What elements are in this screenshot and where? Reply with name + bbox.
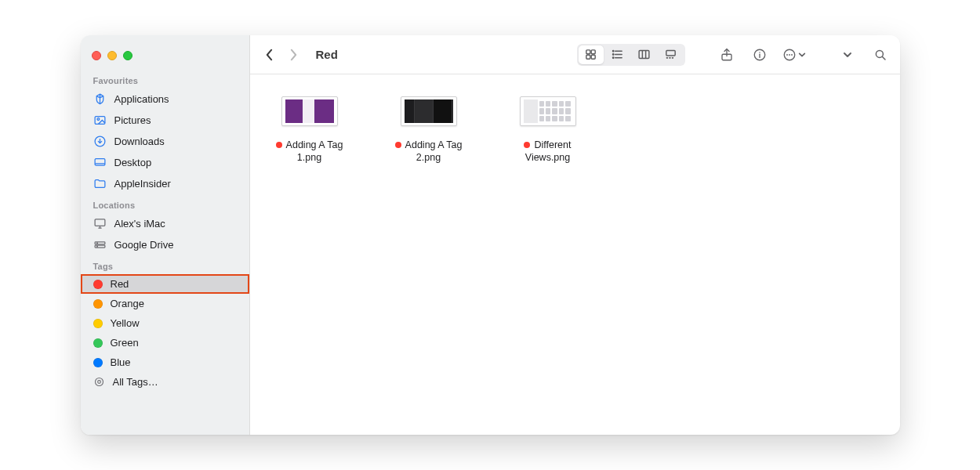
sidebar-item-label: Blue <box>111 356 131 368</box>
file-label: Adding A Tag 1.png <box>276 139 343 164</box>
toolbar-dropdown[interactable] <box>837 45 858 65</box>
tag-blue-icon <box>93 358 103 367</box>
close-window-button[interactable] <box>92 51 101 60</box>
svg-rect-11 <box>586 50 590 54</box>
svg-point-10 <box>97 381 100 384</box>
sidebar-item-pictures[interactable]: Pictures <box>81 110 249 131</box>
tag-orange-icon <box>93 299 103 309</box>
sidebar-item-label: Downloads <box>114 136 165 147</box>
sidebar-tag-red[interactable]: Red <box>81 274 249 294</box>
sidebar-item-label: Yellow <box>111 317 140 329</box>
svg-rect-14 <box>591 55 595 59</box>
sidebar-item-label: Red <box>111 278 129 290</box>
svg-rect-4 <box>95 219 105 226</box>
file-item[interactable]: Adding A Tag 2.png <box>385 96 473 164</box>
sidebar-section-header-tags: Tags <box>81 255 249 274</box>
sidebar-item-label: Google Drive <box>114 239 174 251</box>
sidebar-tag-blue[interactable]: Blue <box>81 352 249 372</box>
sidebar-item-applications[interactable]: Applications <box>81 89 249 110</box>
fullscreen-window-button[interactable] <box>123 51 132 60</box>
imac-icon <box>93 217 107 230</box>
tag-dot-icon <box>395 142 401 148</box>
svg-rect-25 <box>666 57 668 59</box>
sidebar-tag-yellow[interactable]: Yellow <box>81 313 249 333</box>
sidebar-item-label: Pictures <box>114 114 151 126</box>
pictures-icon <box>93 114 107 127</box>
tag-green-icon <box>93 338 103 348</box>
svg-rect-12 <box>591 50 595 54</box>
file-item[interactable]: Adding A Tag 1.png <box>266 96 354 164</box>
back-button[interactable] <box>264 48 274 62</box>
view-gallery-button[interactable] <box>659 45 684 64</box>
folder-icon <box>93 177 107 190</box>
svg-point-34 <box>789 54 790 56</box>
view-column-button[interactable] <box>632 45 657 64</box>
svg-point-35 <box>791 54 793 56</box>
svg-rect-27 <box>672 57 673 59</box>
window-title: Red <box>316 48 338 61</box>
sidebar-tag-green[interactable]: Green <box>81 333 249 352</box>
file-label: Different Views.png <box>524 139 571 164</box>
share-button[interactable] <box>717 45 737 65</box>
svg-point-18 <box>612 51 613 52</box>
file-thumbnail <box>520 96 576 126</box>
finder-window: Favourites Applications Pictures Downloa… <box>81 35 900 435</box>
svg-point-31 <box>759 52 760 53</box>
sidebar-item-label: AppleInsider <box>114 178 171 190</box>
sidebar-item-appleinsider[interactable]: AppleInsider <box>81 173 249 194</box>
svg-point-7 <box>96 243 97 244</box>
svg-point-8 <box>96 246 97 247</box>
sidebar-section-header-locations: Locations <box>81 194 249 213</box>
all-tags-icon <box>93 376 105 388</box>
sidebar-item-desktop[interactable]: Desktop <box>81 152 249 173</box>
more-actions-button[interactable] <box>782 48 806 62</box>
sidebar-section-header-favourites: Favourites <box>81 70 249 89</box>
view-icon-button[interactable] <box>579 45 604 64</box>
file-thumbnail <box>401 96 457 126</box>
toolbar: Red <box>250 35 900 74</box>
downloads-icon <box>93 135 107 148</box>
search-button[interactable] <box>870 45 891 65</box>
file-label: Adding A Tag 2.png <box>395 139 463 164</box>
minimize-window-button[interactable] <box>107 51 117 60</box>
tag-yellow-icon <box>93 319 103 328</box>
info-button[interactable] <box>750 45 770 65</box>
svg-point-9 <box>95 378 103 386</box>
content-area: Red <box>250 35 900 435</box>
file-item[interactable]: Different Views.png <box>504 96 592 164</box>
sidebar-item-label: Applications <box>114 93 169 105</box>
window-traffic-lights <box>81 45 249 70</box>
svg-rect-13 <box>586 55 590 59</box>
sidebar-item-label: Desktop <box>114 157 152 168</box>
sidebar-item-alex-imac[interactable]: Alex's iMac <box>81 213 249 234</box>
sidebar-item-label: Green <box>111 337 139 349</box>
sidebar-item-downloads[interactable]: Downloads <box>81 131 249 152</box>
svg-point-19 <box>612 54 613 55</box>
applications-icon <box>93 92 107 106</box>
sidebar-tag-orange[interactable]: Orange <box>81 294 249 313</box>
forward-button[interactable] <box>289 48 299 62</box>
file-thumbnail <box>281 96 338 126</box>
view-mode-segment <box>577 44 685 66</box>
svg-point-20 <box>612 57 613 58</box>
tag-dot-icon <box>524 142 530 148</box>
svg-point-1 <box>96 118 99 121</box>
svg-rect-21 <box>639 51 649 59</box>
sidebar-item-label: All Tags… <box>113 376 158 388</box>
nav-buttons <box>264 48 299 62</box>
drive-icon <box>93 238 107 251</box>
view-list-button[interactable] <box>605 45 630 64</box>
sidebar-item-label: Orange <box>111 298 144 309</box>
file-grid: Adding A Tag 1.png Adding A Tag 2.png <box>250 74 900 435</box>
sidebar-all-tags[interactable]: All Tags… <box>81 372 249 392</box>
desktop-icon <box>93 156 107 169</box>
sidebar-item-google-drive[interactable]: Google Drive <box>81 234 249 255</box>
svg-rect-24 <box>666 51 675 56</box>
tag-dot-icon <box>276 142 282 148</box>
sidebar-item-label: Alex's iMac <box>114 218 165 230</box>
svg-line-37 <box>882 56 885 60</box>
svg-point-33 <box>786 54 788 56</box>
svg-rect-26 <box>669 57 670 59</box>
svg-rect-3 <box>95 159 105 166</box>
sidebar: Favourites Applications Pictures Downloa… <box>81 35 250 435</box>
